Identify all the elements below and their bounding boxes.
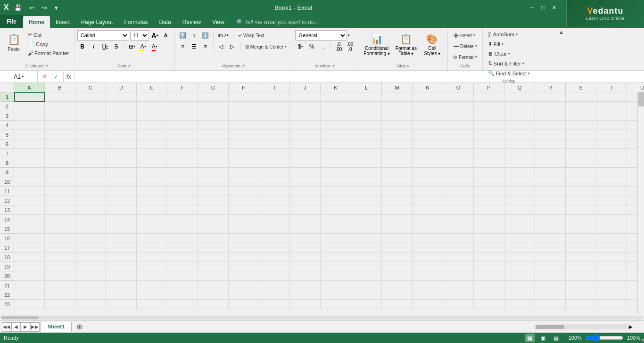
cell-styles-button[interactable]: 🎨 CellStyles ▾ [420,30,445,62]
cell-C11[interactable] [75,187,106,196]
cell-R7[interactable] [535,149,566,158]
cell-T22[interactable] [596,290,627,300]
cell-O21[interactable] [443,281,474,290]
row-num-2[interactable]: 2 [0,102,14,111]
cell-B21[interactable] [45,281,75,290]
cell-S20[interactable] [566,271,596,281]
cell-K18[interactable] [321,253,351,262]
sheet-nav-prev[interactable]: ◀ [11,322,21,332]
row-num-14[interactable]: 14 [0,215,14,224]
cell-M14[interactable] [382,215,413,224]
cell-B7[interactable] [45,149,75,158]
font-color-button[interactable]: A ▾ [149,41,160,52]
cell-B1[interactable] [45,92,75,102]
cell-J4[interactable] [290,121,321,130]
cell-J8[interactable] [290,158,321,168]
cell-K15[interactable] [321,224,351,234]
clipboard-label[interactable]: Clipboard ↗ [25,63,49,69]
cell-R21[interactable] [535,281,566,290]
cell-A18[interactable] [14,253,45,262]
cell-O20[interactable] [443,271,474,281]
cell-O3[interactable] [443,111,474,121]
cell-K3[interactable] [321,111,351,121]
cell-M7[interactable] [382,149,413,158]
cell-D18[interactable] [106,253,137,262]
cell-E2[interactable] [137,102,167,111]
cell-A14[interactable] [14,215,45,224]
cell-L7[interactable] [351,149,382,158]
col-header-M[interactable]: M [382,83,413,92]
add-sheet-button[interactable]: ⊕ [74,322,85,332]
cell-S8[interactable] [566,158,596,168]
col-header-T[interactable]: T [596,83,627,92]
cell-K10[interactable] [321,177,351,187]
tab-file[interactable]: File [0,15,23,28]
cell-M20[interactable] [382,271,413,281]
cell-B15[interactable] [45,224,75,234]
cell-H2[interactable] [229,102,259,111]
cell-G7[interactable] [198,149,229,158]
cell-R19[interactable] [535,262,566,271]
cell-K5[interactable] [321,130,351,139]
top-align-button[interactable]: ⬆️ [178,30,188,41]
cell-A22[interactable] [14,290,45,300]
cell-E10[interactable] [137,177,167,187]
cell-L14[interactable] [351,215,382,224]
cell-C15[interactable] [75,224,106,234]
cell-Q21[interactable] [504,281,535,290]
copy-button[interactable]: 📄 Copy [25,40,71,49]
cell-L2[interactable] [351,102,382,111]
cell-R20[interactable] [535,271,566,281]
cell-T6[interactable] [596,139,627,149]
cell-L3[interactable] [351,111,382,121]
cell-K20[interactable] [321,271,351,281]
cell-P10[interactable] [474,177,504,187]
cell-O15[interactable] [443,224,474,234]
cell-K6[interactable] [321,139,351,149]
cell-J17[interactable] [290,243,321,253]
cell-J1[interactable] [290,92,321,102]
cell-M13[interactable] [382,205,413,215]
cell-Q10[interactable] [504,177,535,187]
cell-I20[interactable] [259,271,290,281]
find-select-button[interactable]: 🔍 Find & Select ▾ [486,69,532,78]
cell-P14[interactable] [474,215,504,224]
cell-A21[interactable] [14,281,45,290]
cell-Q9[interactable] [504,168,535,177]
cell-K7[interactable] [321,149,351,158]
cell-D3[interactable] [106,111,137,121]
cell-C6[interactable] [75,139,106,149]
cell-T19[interactable] [596,262,627,271]
sheet-hscroll-track[interactable] [535,325,629,329]
cell-I3[interactable] [259,111,290,121]
cell-L6[interactable] [351,139,382,149]
cell-B13[interactable] [45,205,75,215]
cell-R3[interactable] [535,111,566,121]
cell-I16[interactable] [259,234,290,243]
cell-H10[interactable] [229,177,259,187]
cell-B17[interactable] [45,243,75,253]
cell-I12[interactable] [259,196,290,205]
cell-P8[interactable] [474,158,504,168]
row-num-21[interactable]: 21 [0,281,14,290]
format-painter-button[interactable]: 🖌 Format Painter [25,49,71,57]
cell-J13[interactable] [290,205,321,215]
cell-G10[interactable] [198,177,229,187]
cell-S3[interactable] [566,111,596,121]
cell-D14[interactable] [106,215,137,224]
cell-Q13[interactable] [504,205,535,215]
cell-N21[interactable] [413,281,443,290]
cell-C10[interactable] [75,177,106,187]
cell-K22[interactable] [321,290,351,300]
cell-Q16[interactable] [504,234,535,243]
cell-M1[interactable] [382,92,413,102]
cell-I22[interactable] [259,290,290,300]
fill-button[interactable]: ⬇ Fill ▾ [486,40,506,49]
cell-B8[interactable] [45,158,75,168]
cell-T8[interactable] [596,158,627,168]
cell-G3[interactable] [198,111,229,121]
zoom-slider[interactable] [586,334,623,342]
cell-G16[interactable] [198,234,229,243]
cell-M16[interactable] [382,234,413,243]
cell-Q6[interactable] [504,139,535,149]
